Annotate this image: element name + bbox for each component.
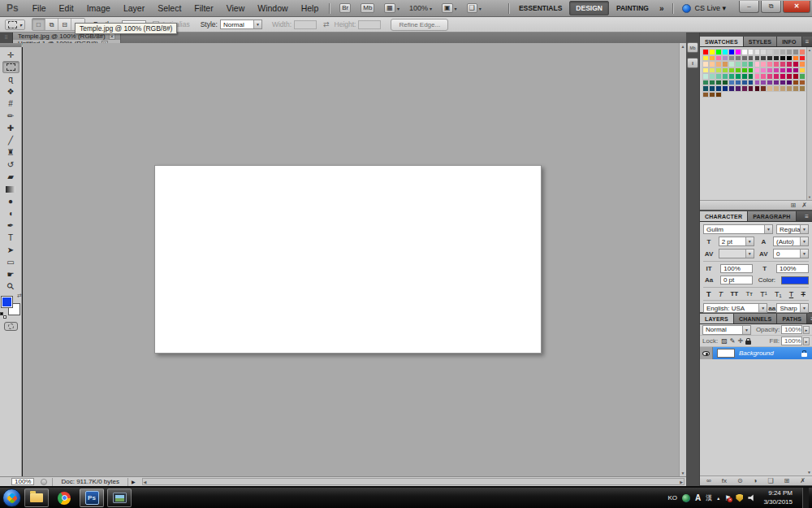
- height-input[interactable]: [358, 20, 381, 29]
- color-swatch[interactable]: [741, 80, 748, 86]
- color-swatch[interactable]: [748, 73, 754, 80]
- color-swatch[interactable]: [793, 49, 799, 55]
- color-swatch[interactable]: [767, 61, 773, 67]
- eraser-tool[interactable]: ▰: [2, 171, 19, 183]
- color-swatch[interactable]: [767, 49, 773, 55]
- scroll-up-icon[interactable]: ▲: [808, 48, 811, 52]
- color-swatch[interactable]: [799, 85, 806, 92]
- color-swatch[interactable]: [773, 49, 780, 55]
- color-swatch[interactable]: [760, 73, 767, 80]
- color-swatch[interactable]: [748, 61, 754, 67]
- color-swatch[interactable]: [799, 73, 806, 80]
- hand-tool[interactable]: ☛: [2, 268, 19, 280]
- scroll-up-icon[interactable]: ▲: [681, 44, 685, 49]
- leading-dropdown[interactable]: (Auto)▼: [773, 237, 809, 246]
- menu-image[interactable]: Image: [80, 3, 117, 13]
- menu-select[interactable]: Select: [151, 3, 188, 13]
- color-swatch[interactable]: [799, 49, 806, 55]
- layers-panel-menu-icon[interactable]: ≡: [807, 314, 812, 323]
- tab-paragraph[interactable]: PARAGRAPH: [748, 211, 796, 221]
- color-swatch[interactable]: [709, 49, 715, 55]
- lock-image-pixels-icon[interactable]: ✎: [730, 337, 736, 345]
- color-swatch[interactable]: [773, 73, 780, 80]
- move-tool[interactable]: ✛: [2, 49, 19, 61]
- color-swatch[interactable]: [728, 73, 735, 80]
- quick-selection-tool[interactable]: ❖: [2, 85, 19, 98]
- color-swatch[interactable]: [780, 55, 786, 62]
- taskbar-photoshop-button[interactable]: Ps: [80, 488, 104, 507]
- color-swatch[interactable]: [799, 67, 806, 74]
- language-dropdown[interactable]: English: USA▼: [703, 303, 767, 313]
- color-swatch[interactable]: [767, 73, 773, 80]
- color-swatch[interactable]: [760, 55, 767, 62]
- subtract-from-selection-mode[interactable]: ⊟: [58, 19, 71, 30]
- lasso-tool[interactable]: ɋ: [2, 73, 19, 85]
- quick-mask-button[interactable]: [4, 322, 18, 331]
- taskbar-photo-viewer-button[interactable]: [107, 488, 132, 507]
- add-to-selection-mode[interactable]: ⧉: [45, 19, 58, 30]
- brushes-panel-icon[interactable]: ‖: [687, 58, 698, 68]
- color-swatch[interactable]: [735, 80, 741, 86]
- color-swatch[interactable]: [754, 55, 761, 62]
- delete-layer-icon[interactable]: ✗: [800, 477, 806, 484]
- taskbar-explorer-button[interactable]: [24, 488, 49, 507]
- color-swatch[interactable]: [728, 49, 735, 55]
- faux-style-button[interactable]: Ŧ: [801, 290, 806, 298]
- faux-style-button[interactable]: T¹: [760, 290, 767, 298]
- color-swatch[interactable]: [715, 73, 722, 80]
- tracking-dropdown[interactable]: 0▼: [773, 249, 809, 258]
- crop-tool[interactable]: #: [2, 98, 19, 110]
- color-swatch[interactable]: [780, 49, 786, 55]
- vertical-scrollbar[interactable]: ▲ ▼: [679, 43, 686, 476]
- menu-view[interactable]: View: [220, 3, 252, 13]
- eyedropper-tool[interactable]: ✏: [2, 110, 19, 122]
- color-swatch[interactable]: [799, 61, 806, 67]
- faux-style-button[interactable]: T: [719, 290, 723, 298]
- color-swatch[interactable]: [722, 61, 728, 67]
- show-desktop-button[interactable]: [802, 488, 809, 508]
- color-swatch[interactable]: [786, 67, 793, 74]
- text-color-swatch[interactable]: [781, 276, 809, 284]
- faux-style-button[interactable]: Tᴛ: [745, 290, 753, 298]
- color-swatch[interactable]: [728, 85, 735, 92]
- scroll-right-icon[interactable]: ▶: [680, 480, 683, 484]
- width-input[interactable]: [294, 20, 317, 29]
- clock[interactable]: 9:24 PM 3/30/2015: [763, 489, 793, 506]
- faux-style-button[interactable]: TT: [730, 290, 738, 298]
- color-swatch[interactable]: [799, 80, 806, 86]
- color-swatch[interactable]: [786, 73, 793, 80]
- taskbar-chrome-button[interactable]: [52, 488, 76, 507]
- tab-info[interactable]: INFO: [777, 37, 802, 46]
- color-swatch[interactable]: [741, 49, 748, 55]
- color-swatch[interactable]: [741, 85, 748, 92]
- color-swatch[interactable]: [786, 85, 793, 92]
- tool-preset-picker[interactable]: ▾: [5, 20, 25, 30]
- kerning-dropdown[interactable]: ▼: [719, 249, 754, 258]
- color-swatch[interactable]: [709, 55, 715, 62]
- path-selection-tool[interactable]: ➤: [2, 244, 19, 256]
- color-swatch[interactable]: [735, 49, 741, 55]
- workspace-overflow-chevron[interactable]: »: [654, 4, 669, 13]
- screen-mode-icon[interactable]: ❑▾: [464, 2, 484, 14]
- font-style-dropdown[interactable]: Regular▼: [776, 224, 809, 234]
- link-layers-icon[interactable]: ∞: [706, 477, 711, 484]
- bridge-icon[interactable]: Br: [337, 2, 353, 14]
- color-swatch[interactable]: [722, 67, 728, 74]
- color-swatch[interactable]: [709, 67, 715, 74]
- layer-row-background[interactable]: Background: [700, 347, 812, 359]
- minimize-button[interactable]: –: [739, 1, 759, 13]
- color-swatch[interactable]: [793, 67, 799, 74]
- color-swatch[interactable]: [715, 85, 722, 92]
- color-swatch[interactable]: [735, 73, 741, 80]
- start-button[interactable]: [2, 488, 21, 507]
- color-swatch[interactable]: [754, 80, 761, 86]
- color-swatch[interactable]: [709, 85, 715, 92]
- workspace-design[interactable]: DESIGN: [569, 1, 609, 15]
- color-swatch[interactable]: [702, 67, 709, 74]
- tab-channels[interactable]: CHANNELS: [734, 314, 778, 323]
- color-swatch[interactable]: [780, 80, 786, 86]
- color-swatch[interactable]: [780, 67, 786, 74]
- color-swatch[interactable]: [773, 55, 780, 62]
- show-hidden-icons-icon[interactable]: ▴: [717, 495, 719, 501]
- faux-style-button[interactable]: T: [706, 290, 711, 298]
